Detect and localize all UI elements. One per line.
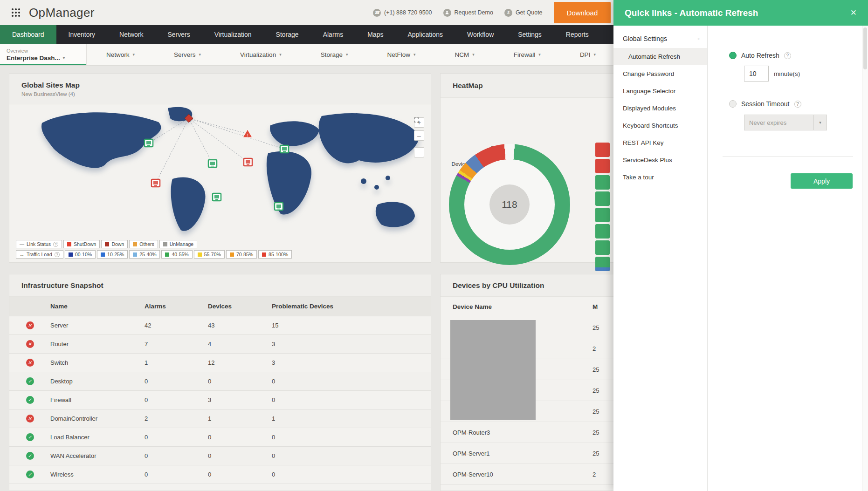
apps-grid-icon[interactable] <box>11 8 21 17</box>
subnav-tab[interactable]: Storage ▾ <box>301 44 368 65</box>
legend-color-swatch <box>105 242 109 246</box>
nav-item[interactable]: Applications <box>395 25 455 44</box>
nav-item[interactable]: Servers <box>155 25 202 44</box>
nav-item[interactable]: Storage <box>264 25 311 44</box>
nav-item[interactable]: Inventory <box>56 25 108 44</box>
table-row[interactable]: Wireless 0 0 0 <box>9 465 431 484</box>
panel-menu-item[interactable]: Automatic Refresh <box>613 48 707 65</box>
device-value: 25 <box>592 408 599 415</box>
nav-item[interactable]: Maps <box>355 25 395 44</box>
legend-chip: 70-85% <box>226 250 257 259</box>
panel-menu-item[interactable]: Displayed Modules <box>613 100 707 117</box>
heat-tile[interactable] <box>595 240 610 255</box>
panel-menu-item[interactable]: Keyboard Shortcuts <box>613 117 707 134</box>
download-button[interactable]: Download <box>554 2 611 23</box>
session-timeout-radio[interactable] <box>729 100 737 108</box>
nav-item[interactable]: Settings <box>506 25 554 44</box>
subnav-tab[interactable]: Servers ▾ <box>154 44 220 65</box>
nav-item[interactable]: Virtualization <box>202 25 264 44</box>
panel-menu-item[interactable]: REST API Key <box>613 134 707 151</box>
subnav-tab[interactable]: DPI ▾ <box>560 44 615 65</box>
heat-tile[interactable] <box>595 224 610 239</box>
alarms-count: 42 <box>145 322 208 329</box>
nav-item[interactable]: Dashboard <box>0 25 56 44</box>
panel-menu-item[interactable]: Change Password <box>613 65 707 82</box>
subnav-tab[interactable]: NetFlow ▾ <box>368 44 435 65</box>
session-timeout-select[interactable]: Never expires ▾ <box>744 115 827 130</box>
heat-tile[interactable] <box>595 191 610 206</box>
apply-button[interactable]: Apply <box>791 173 853 189</box>
devices-count: 0 <box>208 471 272 478</box>
subnav-tab[interactable]: Virtualization ▾ <box>220 44 301 65</box>
phone-number: (+1) 888 720 9500 <box>384 9 432 16</box>
request-demo-link[interactable]: Request Demo <box>443 9 493 17</box>
tab-overview-enterprise[interactable]: Overview Enterprise Dash... ▾ <box>0 44 87 65</box>
refresh-interval-input[interactable] <box>744 66 769 82</box>
device-category: Wireless <box>50 471 145 478</box>
get-quote-link[interactable]: $ Get Quote <box>504 9 543 17</box>
devices-count: 12 <box>208 359 272 366</box>
world-map[interactable]: ! <box>9 104 431 262</box>
legend-chip: UnManage <box>159 240 197 248</box>
help-icon[interactable]: ? <box>794 101 801 108</box>
devices-count: 43 <box>208 322 272 329</box>
line-icon: — <box>20 242 24 247</box>
alarms-count: 0 <box>145 396 208 403</box>
person-icon <box>443 9 451 17</box>
auto-refresh-radio[interactable] <box>729 52 737 59</box>
nav-item[interactable]: Workflow <box>455 25 506 44</box>
heat-tile[interactable] <box>595 175 610 190</box>
device-name: OPM-Server10 <box>441 471 592 478</box>
heat-tile[interactable] <box>595 257 610 271</box>
legend-color-swatch <box>198 252 202 257</box>
scrollbar-thumb[interactable] <box>863 27 867 69</box>
subnav-tab[interactable]: NCM ▾ <box>435 44 494 65</box>
panel-menu-item[interactable]: Take a tour <box>613 169 707 186</box>
heat-tile[interactable] <box>595 159 610 173</box>
nav-item[interactable]: Network <box>107 25 155 44</box>
legend-color-swatch <box>230 252 234 257</box>
nav-item[interactable]: Reports <box>554 25 601 44</box>
table-row[interactable]: Server 42 43 15 <box>9 316 431 335</box>
nav-item[interactable]: Alarms <box>311 25 356 44</box>
devices-count: 0 <box>208 378 272 385</box>
table-row[interactable]: Load Balancer 0 0 0 <box>9 428 431 447</box>
alarms-count: 0 <box>145 434 208 441</box>
problematic-count: 0 <box>272 378 431 385</box>
devices-count: 0 <box>208 434 272 441</box>
device-category: Switch <box>50 359 145 366</box>
collapse-icon[interactable]: - <box>697 35 700 42</box>
close-icon[interactable]: ✕ <box>850 8 857 18</box>
table-row[interactable]: Firewall 0 3 0 <box>9 391 431 409</box>
tab-group-label: Overview <box>7 48 86 54</box>
content-divider <box>723 156 853 157</box>
map-legend: — Link Status ? ShutDown <box>16 240 292 259</box>
help-icon[interactable]: ? <box>784 52 791 59</box>
panel-menu-item[interactable]: ServiceDesk Plus <box>613 151 707 169</box>
panel-menu-item[interactable]: Language Selector <box>613 82 707 100</box>
opmanager-app: OpManager ☎ (+1) 888 720 9500 Request De… <box>0 0 868 491</box>
scrollbar[interactable] <box>862 26 868 491</box>
fullscreen-button[interactable] <box>414 147 424 157</box>
help-icon[interactable]: ? <box>55 252 60 257</box>
svg-text:!: ! <box>247 133 248 137</box>
menu-section-global-settings[interactable]: Global Settings - <box>613 32 707 48</box>
panel-menu-items: Automatic Refresh Change Password Langua… <box>613 48 707 186</box>
table-row[interactable]: DomainController 2 1 1 <box>9 409 431 428</box>
table-row[interactable]: WAN Accelerator 0 0 0 <box>9 447 431 465</box>
help-icon[interactable]: ? <box>53 242 58 247</box>
table-row[interactable]: Desktop 0 0 0 <box>9 372 431 391</box>
table-row[interactable]: Router 7 4 3 <box>9 335 431 354</box>
heat-tile[interactable] <box>595 208 610 222</box>
subnav-tab[interactable]: Network ▾ <box>87 44 154 65</box>
zoom-out-button[interactable]: – <box>414 130 424 141</box>
status-icon <box>26 377 34 385</box>
legend-chip: Down <box>101 240 128 248</box>
heat-tile[interactable] <box>595 143 610 157</box>
legend-chip: 25-40% <box>129 250 160 259</box>
table-row[interactable]: Switch 1 12 3 <box>9 354 431 372</box>
traffic-load-items: 00-10% 10-25% 25-40% <box>65 250 292 259</box>
status-icon <box>26 452 34 460</box>
subnav-tab[interactable]: Firewall ▾ <box>494 44 560 65</box>
legend-chip: 55-70% <box>194 250 225 259</box>
